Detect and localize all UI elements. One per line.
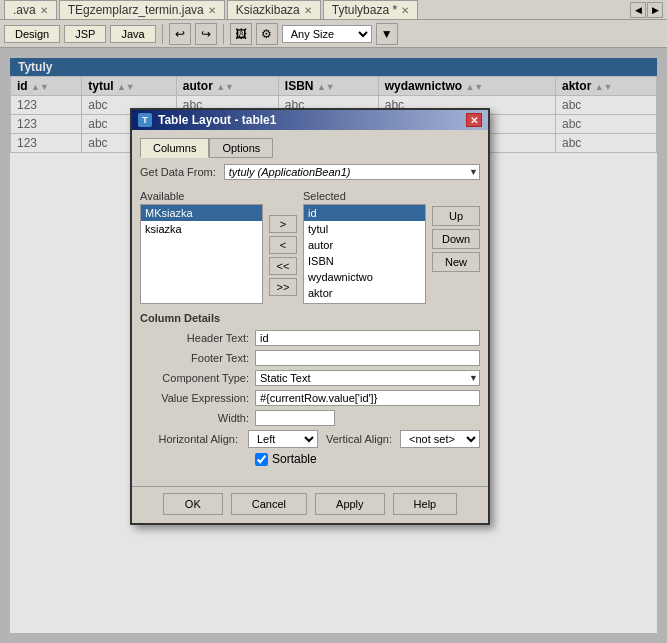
tab-columns[interactable]: Columns (140, 138, 209, 158)
horizontal-align-row: Horizontal Align: Left Center Right Vert… (140, 430, 480, 448)
get-data-select[interactable]: tytuly (ApplicationBean1) (224, 164, 480, 180)
design-toolbar: Design JSP Java ↩ ↪ 🖼 ⚙ Any Size ▼ (0, 20, 667, 48)
tab-bar: .ava ✕ TEgzemplarz_termin.java ✕ Ksiazki… (0, 0, 667, 20)
toolbar-btn-dropdown[interactable]: ▼ (376, 23, 398, 45)
apply-button[interactable]: Apply (315, 493, 385, 515)
toolbar-btn-4[interactable]: ⚙ (256, 23, 278, 45)
value-expression-input[interactable] (255, 390, 480, 406)
right-buttons: Up Down New (432, 190, 480, 304)
tab-nav-right[interactable]: ▶ (647, 2, 663, 18)
footer-text-label: Footer Text: (140, 352, 255, 364)
tab-tegzemplarz[interactable]: TEgzemplarz_termin.java ✕ (59, 0, 225, 19)
header-text-row: Header Text: (140, 330, 480, 346)
sortable-row: Sortable (140, 452, 480, 466)
modal-title-bar: T Table Layout - table1 ✕ (132, 110, 488, 130)
available-item-ksiazka[interactable]: ksiazka (141, 221, 262, 237)
vert-select-wrapper: <not set> Top Middle Bottom (400, 430, 480, 448)
component-type-label: Component Type: (140, 372, 255, 384)
transfer-left-single[interactable]: < (269, 236, 297, 254)
available-item-mksiazka[interactable]: MKsiazka (141, 205, 262, 221)
header-text-label: Header Text: (140, 332, 255, 344)
value-expression-row: Value Expression: (140, 390, 480, 406)
selected-item-autor[interactable]: autor (304, 237, 425, 253)
cancel-button[interactable]: Cancel (231, 493, 307, 515)
modal-overlay: T Table Layout - table1 ✕ Columns Option… (0, 48, 667, 643)
selected-item-wydawnictwo[interactable]: wydawnictwo (304, 269, 425, 285)
horiz-select-wrapper: Left Center Right (248, 430, 318, 448)
footer-text-row: Footer Text: (140, 350, 480, 366)
column-details-section: Column Details Header Text: Footer Text:… (140, 312, 480, 466)
selected-item-tytul[interactable]: tytul (304, 221, 425, 237)
width-row: Width: (140, 410, 480, 426)
tab-ava[interactable]: .ava ✕ (4, 0, 57, 19)
selected-item-aktor[interactable]: aktor (304, 285, 425, 301)
help-button[interactable]: Help (393, 493, 458, 515)
selected-panel: Selected id tytul autor ISBN wydawnictwo… (303, 190, 426, 304)
modal-title-text: Table Layout - table1 (158, 113, 276, 127)
sortable-label: Sortable (272, 452, 317, 466)
transfer-buttons: > < << >> (269, 190, 297, 304)
component-type-row: Component Type: Static Text Input Text L… (140, 370, 480, 386)
tab-tegzemplarz-close[interactable]: ✕ (208, 5, 216, 16)
get-data-select-wrapper: tytuly (ApplicationBean1) ▼ (224, 164, 480, 180)
column-details-title: Column Details (140, 312, 480, 324)
table-layout-dialog: T Table Layout - table1 ✕ Columns Option… (130, 108, 490, 525)
width-label: Width: (140, 412, 255, 424)
tab-tytulybaza-label: Tytulybaza * (332, 3, 397, 17)
toolbar-btn-1[interactable]: ↩ (169, 23, 191, 45)
main-area: Tytuly id ▲▼ tytul ▲▼ autor ▲▼ ISBN ▲▼ w… (0, 48, 667, 643)
toolbar-sep-1 (162, 24, 163, 44)
size-select[interactable]: Any Size (282, 25, 372, 43)
tab-ksiazkibaza[interactable]: Ksiazkibaza ✕ (227, 0, 321, 19)
tab-nav-left[interactable]: ◀ (630, 2, 646, 18)
tab-ksiazkibaza-label: Ksiazkibaza (236, 3, 300, 17)
design-button[interactable]: Design (4, 25, 60, 43)
tab-ksiazkibaza-close[interactable]: ✕ (304, 5, 312, 16)
tab-nav: ◀ ▶ (630, 2, 663, 18)
value-expression-label: Value Expression: (140, 392, 255, 404)
vertical-align-label: Vertical Align: (322, 433, 396, 445)
available-list: MKsiazka ksiazka (140, 204, 263, 304)
sortable-checkbox[interactable] (255, 453, 268, 466)
tab-options[interactable]: Options (209, 138, 273, 158)
modal-footer: OK Cancel Apply Help (132, 486, 488, 523)
new-button[interactable]: New (432, 252, 480, 272)
horizontal-align-select[interactable]: Left Center Right (248, 430, 318, 448)
selected-list: id tytul autor ISBN wydawnictwo aktor (303, 204, 426, 304)
java-button[interactable]: Java (110, 25, 155, 43)
horizontal-align-label: Horizontal Align: (140, 433, 244, 445)
up-button[interactable]: Up (432, 206, 480, 226)
component-type-select[interactable]: Static Text Input Text Link (255, 370, 480, 386)
transfer-right-all[interactable]: >> (269, 278, 297, 296)
columns-area: Available MKsiazka ksiazka > < << >> (140, 190, 480, 304)
modal-close-button[interactable]: ✕ (466, 113, 482, 127)
header-text-input[interactable] (255, 330, 480, 346)
ok-button[interactable]: OK (163, 493, 223, 515)
selected-label: Selected (303, 190, 426, 202)
footer-text-input[interactable] (255, 350, 480, 366)
get-data-label: Get Data From: (140, 166, 216, 178)
tab-ava-label: .ava (13, 3, 36, 17)
tab-ava-close[interactable]: ✕ (40, 5, 48, 16)
tab-tytulybaza[interactable]: Tytulybaza * ✕ (323, 0, 418, 19)
available-panel: Available MKsiazka ksiazka (140, 190, 263, 304)
vertical-align-select[interactable]: <not set> Top Middle Bottom (400, 430, 480, 448)
width-input[interactable] (255, 410, 335, 426)
get-data-row: Get Data From: tytuly (ApplicationBean1)… (140, 164, 480, 180)
toolbar-sep-2 (223, 24, 224, 44)
toolbar-btn-2[interactable]: ↪ (195, 23, 217, 45)
jsp-button[interactable]: JSP (64, 25, 106, 43)
transfer-left-all[interactable]: << (269, 257, 297, 275)
selected-item-id[interactable]: id (304, 205, 425, 221)
transfer-right-single[interactable]: > (269, 215, 297, 233)
toolbar-btn-3[interactable]: 🖼 (230, 23, 252, 45)
tab-tegzemplarz-label: TEgzemplarz_termin.java (68, 3, 204, 17)
modal-body: Columns Options Get Data From: tytuly (A… (132, 130, 488, 482)
modal-icon: T (138, 113, 152, 127)
selected-item-isbn[interactable]: ISBN (304, 253, 425, 269)
modal-title-left: T Table Layout - table1 (138, 113, 276, 127)
down-button[interactable]: Down (432, 229, 480, 249)
tab-tytulybaza-close[interactable]: ✕ (401, 5, 409, 16)
available-label: Available (140, 190, 263, 202)
modal-tabs: Columns Options (140, 138, 480, 158)
